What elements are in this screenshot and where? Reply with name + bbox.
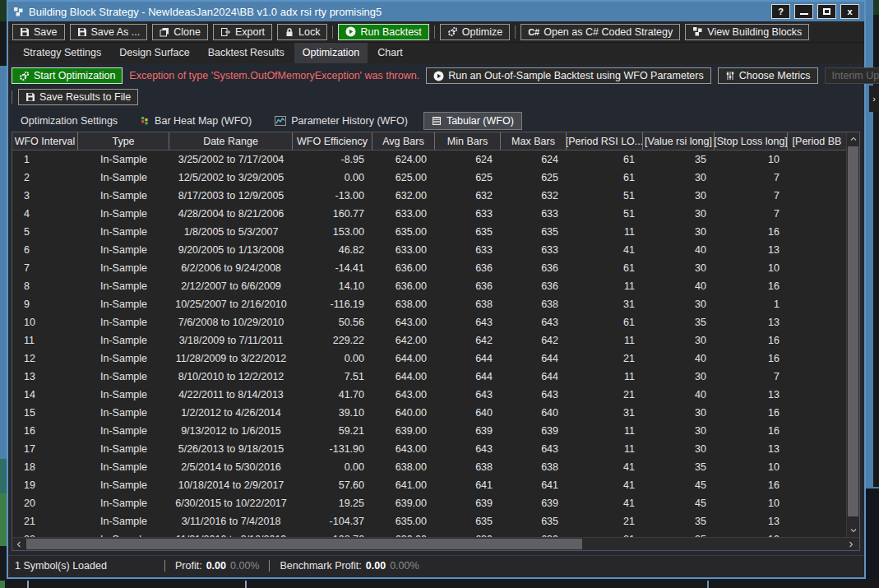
table-cell: 625 bbox=[501, 169, 567, 187]
table-cell: 7/6/2008 to 10/29/2010 bbox=[169, 313, 293, 331]
scroll-up-button[interactable] bbox=[847, 132, 859, 146]
save-as-button[interactable]: Save As ... bbox=[70, 24, 148, 40]
table-row[interactable]: 10In-Sample7/6/2008 to 10/29/201050.5664… bbox=[12, 313, 846, 331]
column-header[interactable]: Max Bars bbox=[501, 132, 567, 150]
run-oos-backtest-button[interactable]: Run an Out-of-Sample Backtest using WFO … bbox=[426, 67, 711, 84]
minimize-button[interactable] bbox=[794, 4, 813, 19]
open-csharp-button[interactable]: C# Open as C# Coded Strategy bbox=[520, 24, 680, 40]
table-row[interactable]: 21In-Sample3/11/2016 to 7/4/2018-104.376… bbox=[12, 512, 846, 530]
table-cell: 35 bbox=[643, 458, 715, 476]
table-row[interactable]: 13In-Sample8/10/2010 to 12/2/20127.51644… bbox=[12, 368, 846, 386]
table-cell: 638 bbox=[435, 458, 501, 476]
choose-metrics-button[interactable]: Choose Metrics bbox=[718, 67, 818, 84]
vertical-scrollbar[interactable] bbox=[846, 132, 859, 537]
table-cell: 638 bbox=[501, 295, 567, 313]
column-header[interactable]: WFO Efficiency bbox=[293, 132, 372, 150]
table-cell: 61 bbox=[567, 313, 643, 331]
column-header[interactable]: Min Bars bbox=[435, 132, 501, 150]
maximize-button[interactable] bbox=[817, 4, 836, 19]
scroll-right-button[interactable] bbox=[844, 538, 858, 550]
title-bar[interactable]: Building Block Strategy - NewIdeasJan202… bbox=[8, 2, 864, 21]
tab-chart[interactable]: Chart bbox=[369, 43, 411, 63]
table-cell: 41.70 bbox=[293, 386, 372, 404]
table-cell: 11 bbox=[567, 223, 643, 241]
table-row[interactable]: 4In-Sample4/28/2004 to 8/21/2006160.7763… bbox=[12, 205, 846, 223]
subtab-parameter-history[interactable]: Parameter History (WFO) bbox=[267, 113, 415, 129]
table-cell bbox=[788, 404, 846, 422]
scroll-down-button[interactable] bbox=[847, 524, 859, 537]
table-cell: 2/5/2014 to 5/30/2016 bbox=[169, 458, 293, 476]
table-cell: 3/25/2002 to 7/17/2004 bbox=[169, 150, 293, 169]
export-button[interactable]: Export bbox=[213, 24, 272, 40]
column-header[interactable]: [Stop Loss long] bbox=[715, 132, 788, 150]
optimize-button[interactable]: Optimize bbox=[440, 24, 510, 40]
table-row[interactable]: 11In-Sample3/18/2009 to 7/11/2011229.226… bbox=[12, 331, 846, 350]
close-button[interactable]: x bbox=[840, 4, 859, 19]
help-button[interactable]: ? bbox=[771, 4, 790, 19]
table-row[interactable]: 3In-Sample8/17/2003 to 12/9/2005-13.0063… bbox=[12, 187, 846, 205]
table-row[interactable]: 9In-Sample10/25/2007 to 2/16/2010-116.19… bbox=[12, 295, 846, 313]
subtab-optimization-settings[interactable]: Optimization Settings bbox=[13, 113, 125, 129]
column-header[interactable]: [Value rsi long] bbox=[643, 132, 715, 150]
table-row[interactable]: 17In-Sample5/26/2013 to 9/18/2015-131.90… bbox=[12, 440, 846, 458]
subtab-tabular[interactable]: Tabular (WFO) bbox=[423, 112, 522, 130]
table-cell: 41 bbox=[567, 494, 643, 512]
table-row[interactable]: 1In-Sample3/25/2002 to 7/17/2004-8.95624… bbox=[12, 150, 846, 169]
table-row[interactable]: 2In-Sample12/5/2002 to 3/29/20050.00625.… bbox=[12, 169, 846, 187]
horizontal-scrollbar[interactable] bbox=[12, 537, 859, 550]
table-row[interactable]: 22In-Sample11/21/2016 to 3/16/2019108.76… bbox=[12, 530, 846, 537]
table-cell bbox=[788, 313, 846, 331]
table-cell: 30 bbox=[643, 223, 715, 241]
save-results-button[interactable]: Save Results to File bbox=[18, 89, 138, 105]
table-cell: 16 bbox=[715, 350, 788, 368]
scroll-left-button[interactable] bbox=[12, 538, 25, 550]
table-cell: 57.60 bbox=[293, 476, 372, 494]
table-row[interactable]: 14In-Sample4/22/2011 to 8/14/201341.7064… bbox=[12, 386, 846, 404]
run-backtest-button[interactable]: Run Backtest bbox=[338, 24, 428, 40]
profit-value: 0.00 bbox=[206, 560, 226, 572]
table-row[interactable]: 16In-Sample9/13/2012 to 1/6/201559.21639… bbox=[12, 422, 846, 440]
save-button[interactable]: Save bbox=[12, 24, 65, 40]
tab-backtest-results[interactable]: Backtest Results bbox=[200, 43, 293, 63]
table-row[interactable]: 5In-Sample1/8/2005 to 5/3/2007153.00635.… bbox=[12, 223, 846, 241]
column-header[interactable]: Avg Bars bbox=[372, 132, 435, 150]
tab-strategy-settings[interactable]: Strategy Settings bbox=[15, 43, 109, 63]
tab-optimization[interactable]: Optimization bbox=[294, 43, 368, 63]
column-header[interactable]: [Period RSI LO... bbox=[567, 132, 643, 150]
table-cell: 635 bbox=[435, 223, 501, 241]
column-header[interactable]: WFO Interval bbox=[12, 132, 78, 150]
interim-update-button: Interim Update bbox=[825, 67, 879, 84]
table-cell: 639 bbox=[435, 422, 501, 440]
table-cell: 643 bbox=[501, 313, 567, 331]
table-cell bbox=[788, 205, 846, 223]
table-cell: 4/28/2004 to 8/21/2006 bbox=[169, 205, 293, 223]
table-cell: 0.00 bbox=[293, 458, 372, 476]
table-cell: 11 bbox=[567, 277, 643, 295]
view-building-blocks-button[interactable]: View Building Blocks bbox=[685, 24, 809, 40]
table-row[interactable]: 15In-Sample1/2/2012 to 4/26/201439.10640… bbox=[12, 404, 846, 422]
table-cell: 643 bbox=[501, 440, 567, 458]
maximize-icon bbox=[823, 8, 830, 15]
column-header[interactable]: Date Range bbox=[169, 132, 293, 150]
table-row[interactable]: 19In-Sample10/18/2014 to 2/9/201757.6064… bbox=[12, 476, 846, 494]
table-row[interactable]: 20In-Sample6/30/2015 to 10/22/201719.256… bbox=[12, 494, 846, 512]
table-row[interactable]: 6In-Sample9/20/2005 to 1/13/200846.82633… bbox=[12, 241, 846, 259]
table-cell: 16 bbox=[715, 331, 788, 350]
table-row[interactable]: 8In-Sample2/12/2007 to 6/6/200914.10636.… bbox=[12, 277, 846, 295]
column-header[interactable]: Type bbox=[78, 132, 169, 150]
table-row[interactable]: 18In-Sample2/5/2014 to 5/30/20160.00638.… bbox=[12, 458, 846, 476]
tab-design-surface[interactable]: Design Surface bbox=[111, 43, 197, 63]
table-cell: 7 bbox=[12, 259, 78, 277]
table-cell: 11/21/2016 to 3/16/2019 bbox=[169, 530, 293, 537]
subtab-bar-heat-map[interactable]: Bar Heat Map (WFO) bbox=[133, 113, 259, 129]
profit-percent: 0.00% bbox=[230, 560, 259, 572]
clone-button[interactable]: Clone bbox=[152, 24, 208, 40]
table-row[interactable]: 7In-Sample6/2/2006 to 9/24/2008-14.41636… bbox=[12, 259, 846, 277]
vertical-scrollbar-thumb[interactable] bbox=[848, 146, 858, 516]
table-row[interactable]: 12In-Sample11/28/2009 to 3/22/20120.0064… bbox=[12, 350, 846, 368]
column-header[interactable]: [Period BB bbox=[788, 132, 846, 150]
horizontal-scrollbar-thumb[interactable] bbox=[26, 539, 582, 549]
start-optimization-button[interactable]: Start Optimization bbox=[12, 67, 123, 84]
table-cell: 21 bbox=[567, 350, 643, 368]
lock-button[interactable]: Lock bbox=[277, 24, 327, 40]
